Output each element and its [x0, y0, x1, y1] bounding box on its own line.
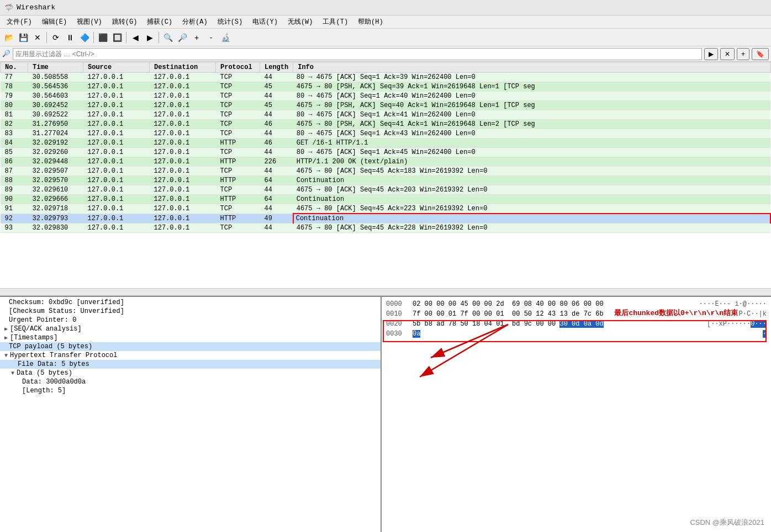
filter-save[interactable]: +	[737, 48, 749, 60]
menu-jump[interactable]: 跳转(G)	[108, 16, 142, 28]
toolbar-stop[interactable]: ⏸	[64, 31, 77, 44]
toolbar-reload[interactable]: ⟳	[49, 31, 62, 44]
col-protocol[interactable]: Protocol	[216, 62, 260, 73]
cell-no: 77	[1, 73, 28, 82]
toolbar-sep-2	[93, 32, 94, 43]
menu-capture[interactable]: 捕获(C)	[142, 16, 177, 28]
cell-info: 4675 → 80 [ACK] Seq=45 Ack=223 Win=26193…	[293, 204, 770, 214]
cell-info: Continuation	[293, 214, 770, 224]
table-row[interactable]: 91 32.029718 127.0.0.1 127.0.0.1 TCP 44 …	[1, 204, 771, 214]
toolbar-close[interactable]: ✕	[31, 31, 44, 44]
packet-list[interactable]: No. Time Source Destination Protocol Len…	[0, 62, 771, 288]
cell-source: 127.0.0.1	[83, 120, 150, 129]
cell-source: 127.0.0.1	[83, 129, 150, 139]
toolbar-back[interactable]: ◀	[129, 31, 142, 44]
menu-tools[interactable]: 工具(T)	[318, 16, 352, 28]
menu-help[interactable]: 帮助(H)	[353, 16, 388, 28]
cell-length: 44	[260, 73, 293, 82]
toolbar-restart[interactable]: 🔷	[78, 31, 91, 44]
app-icon: 🦈	[4, 3, 13, 12]
menu-file[interactable]: 文件(F)	[2, 16, 36, 28]
cell-length: 64	[260, 176, 293, 185]
lower-panes: Checksum: 0xbd9c [unverified] [Checksum …	[0, 296, 771, 532]
cell-source: 127.0.0.1	[83, 167, 150, 176]
col-time[interactable]: Time	[28, 62, 83, 73]
table-row[interactable]: 90 32.029666 127.0.0.1 127.0.0.1 HTTP 64…	[1, 195, 771, 204]
table-row[interactable]: 80 30.692452 127.0.0.1 127.0.0.1 TCP 45 …	[1, 101, 771, 110]
http-arrow[interactable]: ▼	[4, 353, 8, 359]
table-row[interactable]: 79 30.564603 127.0.0.1 127.0.0.1 TCP 44 …	[1, 92, 771, 101]
table-row[interactable]: 89 32.029610 127.0.0.1 127.0.0.1 TCP 44 …	[1, 185, 771, 195]
toolbar-save[interactable]: 💾	[17, 31, 30, 44]
timestamps-arrow[interactable]: ▶	[4, 334, 8, 341]
col-info[interactable]: Info	[293, 62, 770, 73]
detail-timestamps[interactable]: ▶ [Timestamps]	[0, 333, 381, 342]
toolbar-zoom-fit[interactable]: -	[204, 31, 218, 44]
toolbar-forward[interactable]: ▶	[143, 31, 156, 44]
cell-source: 127.0.0.1	[83, 176, 150, 185]
menu-phone[interactable]: 电话(Y)	[248, 16, 282, 28]
table-row[interactable]: 85 32.029260 127.0.0.1 127.0.0.1 TCP 44 …	[1, 148, 771, 157]
hex-offset-1: 0010	[386, 309, 408, 319]
hscroll-bar[interactable]	[0, 288, 771, 296]
detail-http[interactable]: ▼ Hypertext Transfer Protocol	[0, 351, 381, 360]
table-row[interactable]: 88 32.029570 127.0.0.1 127.0.0.1 HTTP 64…	[1, 176, 771, 185]
detail-checksum-status[interactable]: [Checksum Status: Unverified]	[0, 307, 381, 316]
filter-bookmarks[interactable]: 🔖	[752, 48, 769, 60]
toolbar-zoom-out[interactable]: 🔎	[176, 31, 189, 44]
menu-edit[interactable]: 编辑(E)	[38, 16, 72, 28]
table-row[interactable]: 82 31.276950 127.0.0.1 127.0.0.1 TCP 46 …	[1, 120, 771, 129]
cell-source: 127.0.0.1	[83, 82, 150, 92]
toolbar-open[interactable]: 📂	[2, 31, 15, 44]
data-section-arrow[interactable]: ▼	[11, 370, 14, 376]
col-no[interactable]: No.	[1, 62, 28, 73]
table-row[interactable]: 84 32.029192 127.0.0.1 127.0.0.1 HTTP 46…	[1, 139, 771, 148]
filter-apply[interactable]: ▶	[704, 48, 718, 60]
toolbar-zoom-100[interactable]: +	[190, 31, 203, 44]
cell-no: 87	[1, 167, 28, 176]
col-source[interactable]: Source	[83, 62, 150, 73]
cell-length: 46	[260, 139, 293, 148]
table-row[interactable]: 86 32.029448 127.0.0.1 127.0.0.1 HTTP 22…	[1, 157, 771, 167]
detail-data-section[interactable]: ▼ Data (5 bytes)	[0, 369, 381, 377]
detail-tcp-payload[interactable]: TCP payload (5 bytes)	[0, 342, 381, 351]
cell-protocol: HTTP	[216, 139, 260, 148]
toolbar-coloring[interactable]: 🔲	[110, 31, 124, 44]
detail-urgent[interactable]: Urgent Pointer: 0	[0, 316, 381, 324]
cell-info: 80 → 4675 [ACK] Seq=1 Ack=39 Win=262400 …	[293, 73, 770, 82]
detail-pane[interactable]: Checksum: 0xbd9c [unverified] [Checksum …	[0, 297, 382, 532]
filter-clear[interactable]: ✕	[720, 48, 735, 60]
data-length-text: [Length: 5]	[22, 387, 66, 395]
cell-protocol: HTTP	[216, 157, 260, 167]
table-row[interactable]: 83 31.277024 127.0.0.1 127.0.0.1 TCP 44 …	[1, 129, 771, 139]
table-row[interactable]: 93 32.029830 127.0.0.1 127.0.0.1 TCP 44 …	[1, 224, 771, 233]
menu-wireless[interactable]: 无线(W)	[283, 16, 318, 28]
col-destination[interactable]: Destination	[150, 62, 216, 73]
menu-analyze[interactable]: 分析(A)	[178, 16, 212, 28]
menu-stats[interactable]: 统计(S)	[213, 16, 247, 28]
cell-destination: 127.0.0.1	[150, 204, 216, 214]
table-row[interactable]: 92 32.029793 127.0.0.1 127.0.0.1 HTTP 49…	[1, 214, 771, 224]
toolbar-zoom-in[interactable]: 🔍	[161, 31, 175, 44]
hex-pane[interactable]: 0000 02 00 00 00 45 00 00 2d 69 08 40 00…	[382, 297, 771, 532]
filter-input[interactable]	[13, 48, 702, 60]
detail-data-value[interactable]: Data: 300d0a0d0a	[0, 377, 381, 386]
toolbar-prefs[interactable]: ⬛	[96, 31, 109, 44]
menu-view[interactable]: 视图(V)	[72, 16, 107, 28]
cell-time: 32.029448	[28, 157, 83, 167]
detail-checksum[interactable]: Checksum: 0xbd9c [unverified]	[0, 298, 381, 307]
cell-no: 91	[1, 204, 28, 214]
detail-seq-ack[interactable]: ▶ [SEQ/ACK analysis]	[0, 324, 381, 333]
cell-no: 92	[1, 214, 28, 224]
cell-protocol: TCP	[216, 92, 260, 101]
table-row[interactable]: 78 30.564536 127.0.0.1 127.0.0.1 TCP 45 …	[1, 82, 771, 92]
detail-data-length[interactable]: [Length: 5]	[0, 386, 381, 395]
cell-time: 32.029830	[28, 224, 83, 233]
toolbar-expert[interactable]: 🔬	[219, 31, 232, 44]
table-row[interactable]: 87 32.029507 127.0.0.1 127.0.0.1 TCP 44 …	[1, 167, 771, 176]
table-row[interactable]: 77 30.508558 127.0.0.1 127.0.0.1 TCP 44 …	[1, 73, 771, 82]
seq-ack-arrow[interactable]: ▶	[4, 326, 8, 332]
table-row[interactable]: 81 30.692522 127.0.0.1 127.0.0.1 TCP 44 …	[1, 110, 771, 120]
col-length[interactable]: Length	[260, 62, 293, 73]
detail-file-data[interactable]: File Data: 5 bytes	[0, 360, 381, 369]
